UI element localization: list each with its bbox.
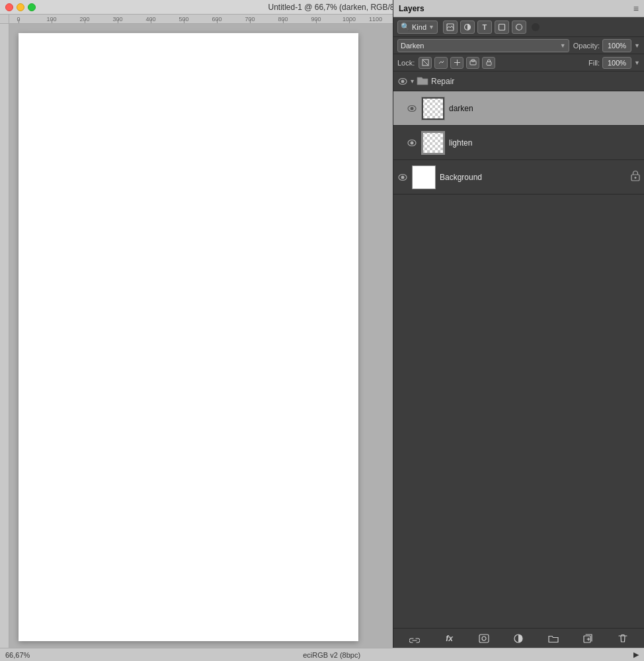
lock-all-btn[interactable]	[482, 57, 495, 69]
panel-header-icons: ≡	[633, 3, 639, 14]
filter-row: 🔍 Kind ▼ T	[393, 17, 644, 37]
svg-point-20	[482, 637, 486, 640]
close-button[interactable]	[5, 3, 13, 11]
panel-title: Layers	[399, 4, 424, 13]
blend-dropdown-chevron: ▼	[560, 42, 566, 49]
add-adjustment-btn[interactable]	[509, 631, 528, 646]
visibility-toggle-lighten[interactable]	[407, 138, 417, 148]
link-layers-btn[interactable]	[405, 631, 424, 646]
zoom-level: 66,67%	[5, 651, 30, 659]
add-layer-style-btn[interactable]: fx	[440, 631, 459, 646]
opacity-label: Opacity:	[573, 42, 600, 50]
svg-point-18	[635, 177, 637, 179]
layer-background-name: Background	[440, 173, 627, 182]
adjustment-filter-btn[interactable]	[460, 21, 475, 34]
svg-point-12	[411, 107, 414, 110]
layers-panel: Layers ≡ 🔍 Kind ▼ T	[393, 0, 644, 648]
text-filter-btn[interactable]: T	[477, 21, 492, 34]
group-repair-name: Repair	[431, 77, 640, 86]
filter-toggle[interactable]	[532, 23, 540, 31]
fill-input[interactable]: 100%	[602, 57, 631, 69]
lock-label: Lock:	[397, 59, 415, 67]
maximize-button[interactable]	[28, 3, 36, 11]
lock-image-btn[interactable]	[434, 57, 448, 69]
blend-mode-value: Darken	[401, 42, 424, 50]
color-mode: eciRGB v2 (8bpc)	[303, 651, 360, 659]
ruler-left	[0, 15, 9, 648]
visibility-toggle-background[interactable]	[397, 172, 408, 183]
layer-background[interactable]: Background	[393, 160, 644, 195]
shape-filter-btn[interactable]	[495, 21, 509, 34]
visibility-toggle-darken[interactable]	[407, 103, 417, 114]
kind-filter-dropdown[interactable]: 🔍 Kind ▼	[397, 21, 438, 34]
image-filter-btn[interactable]	[443, 21, 458, 34]
group-collapse-arrow[interactable]: ▾	[411, 77, 414, 85]
layer-lighten-thumb	[421, 131, 445, 155]
delete-layer-btn[interactable]	[614, 631, 632, 646]
canvas-area	[9, 24, 370, 648]
ruler-corner	[0, 15, 9, 24]
layer-group-repair[interactable]: ▾ Repair	[393, 71, 644, 91]
lock-artboard-btn[interactable]	[466, 57, 479, 69]
svg-rect-8	[487, 62, 491, 66]
layer-background-thumb	[412, 165, 436, 189]
blend-mode-row: Darken ▼ Opacity: 100% ▼	[393, 37, 644, 54]
status-arrow[interactable]: ▶	[633, 650, 639, 659]
opacity-chevron: ▼	[634, 42, 640, 49]
smart-filter-btn[interactable]	[512, 21, 526, 34]
fill-chevron: ▼	[634, 60, 640, 66]
layer-background-lock-icon	[631, 171, 640, 183]
fill-row: Fill: 100% ▼	[588, 57, 640, 69]
lock-transparent-btn[interactable]	[419, 57, 432, 69]
create-group-btn[interactable]	[544, 631, 563, 646]
opacity-row: Opacity: 100% ▼	[573, 39, 640, 52]
canvas-document	[19, 33, 358, 641]
fill-label: Fill:	[588, 59, 600, 67]
panel-menu-icon[interactable]: ≡	[633, 3, 639, 14]
layer-darken-thumb	[421, 97, 445, 120]
minimize-button[interactable]	[17, 3, 24, 11]
add-mask-btn[interactable]	[475, 631, 493, 646]
lock-row: Lock: Fill: 100% ▼	[393, 54, 644, 71]
svg-point-10	[401, 79, 405, 83]
layer-darken-name: darken	[449, 104, 640, 113]
search-icon: 🔍	[401, 22, 410, 31]
layer-lighten-name: lighten	[449, 138, 640, 148]
folder-icon	[417, 75, 428, 87]
layers-list: ▾ Repair darken l	[393, 71, 644, 628]
svg-point-16	[401, 175, 405, 179]
opacity-input[interactable]: 100%	[602, 39, 631, 52]
panel-header: Layers ≡	[393, 0, 644, 17]
layer-lighten[interactable]: lighten	[393, 126, 644, 160]
visibility-toggle-repair[interactable]	[397, 76, 408, 87]
kind-label: Kind	[412, 23, 426, 31]
lock-position-btn[interactable]	[450, 57, 463, 69]
blend-mode-dropdown[interactable]: Darken ▼	[397, 39, 569, 52]
panel-bottom-toolbar: fx	[393, 628, 644, 648]
status-bar: 66,67% eciRGB v2 (8bpc) ▶	[0, 648, 644, 661]
create-layer-btn[interactable]	[579, 631, 597, 646]
svg-point-3	[516, 24, 522, 30]
svg-point-14	[411, 141, 414, 144]
traffic-lights	[0, 3, 36, 11]
kind-dropdown-chevron: ▼	[428, 24, 434, 30]
svg-rect-2	[499, 24, 504, 30]
layer-darken[interactable]: darken	[393, 91, 644, 126]
svg-line-5	[423, 60, 428, 66]
filter-icons: T	[443, 21, 526, 34]
svg-rect-19	[479, 635, 489, 642]
